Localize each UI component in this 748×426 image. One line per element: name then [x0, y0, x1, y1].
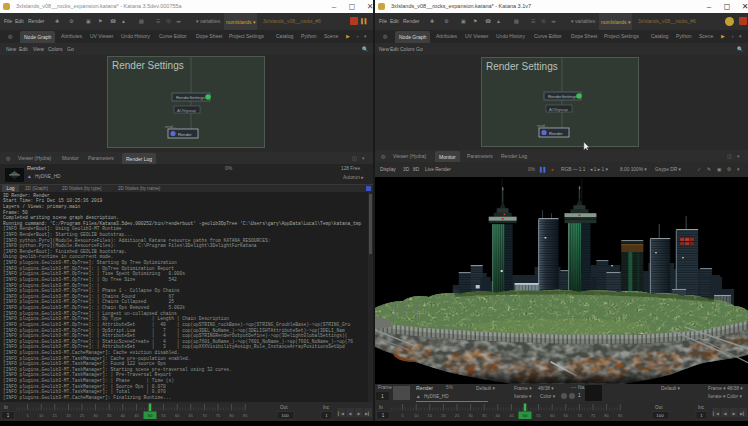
svg-text:30: 30 — [93, 413, 98, 418]
svg-text:10: 10 — [414, 413, 419, 418]
svg-text:100: 100 — [281, 413, 289, 418]
svg-text:[INFO plugins.Geolib3-MT.OpTre: [INFO plugins.Geolib3-MT.OpTree]: | Time… — [3, 271, 185, 276]
svg-text:55: 55 — [536, 413, 541, 418]
svg-text:1: 1 — [7, 413, 10, 418]
svg-text:[INFO plugins.Geolib3-MT.TaskM: [INFO plugins.Geolib3-MT.TaskManager]: S… — [3, 367, 232, 372]
svg-text:Using geolib-runtime in concur: Using geolib-runtime in concurrent mode. — [3, 254, 113, 259]
svg-text:▶: ▶ — [358, 412, 361, 416]
svg-text:15: 15 — [53, 413, 58, 418]
svg-text:[INFO plugins.Geolib3-MT.TaskM: [INFO plugins.Geolib3-MT.TaskManager]: F… — [3, 361, 166, 366]
svg-text:50: 50 — [523, 413, 528, 418]
svg-text:In: In — [379, 405, 383, 410]
svg-text:50: 50 — [148, 413, 153, 418]
svg-text:80: 80 — [229, 413, 234, 418]
svg-text:15: 15 — [428, 413, 433, 418]
svg-text:AOVgroup: AOVgroup — [177, 108, 196, 113]
svg-text:[INFO plugins.Geolib3-MT.OpTre: [INFO plugins.Geolib3-MT.OpTree]: | Phas… — [3, 288, 180, 293]
svg-text:Render: Render — [178, 132, 192, 137]
svg-text:65: 65 — [189, 413, 194, 418]
svg-text:45: 45 — [134, 413, 139, 418]
svg-text:1: 1 — [382, 413, 385, 418]
svg-text:[INFO plugins.Geolib3-MT.OpTre: [INFO plugins.Geolib3-MT.OpTree]: | Chai… — [3, 294, 174, 299]
svg-text:100: 100 — [656, 413, 664, 418]
svg-text:[INFO plugins.Geolib3-MT.Cache: [INFO plugins.Geolib3-MT.CacheManager]: … — [3, 395, 171, 400]
svg-text:[INFO plugins.Geolib3-MT.OpTre: [INFO plugins.Geolib3-MT.OpTree]: | Attr… — [3, 333, 348, 338]
svg-text:[INFO plugins.Geolib3-MT.OpTre: [INFO plugins.Geolib3-MT.OpTree]: | Attr… — [3, 322, 351, 327]
svg-text:30: 30 — [468, 413, 473, 418]
svg-text:AOVgroup: AOVgroup — [549, 107, 568, 112]
svg-text:[INFO plugins.Geolib3-MT.TaskM: [INFO plugins.Geolib3-MT.TaskManager]: |… — [3, 372, 171, 377]
svg-text:[INFO plugins.Geolib3-MT.OpTre: [INFO plugins.Geolib3-MT.OpTree]: | Stat… — [3, 339, 353, 344]
svg-text:20: 20 — [66, 413, 71, 418]
svg-text:▶▎: ▶▎ — [365, 411, 371, 416]
svg-text:[INFO plugins.Geolib3-MT.TaskM: [INFO plugins.Geolib3-MT.TaskManager]: |… — [3, 389, 166, 394]
svg-text:25: 25 — [455, 413, 460, 418]
svg-text:10: 10 — [39, 413, 44, 418]
svg-text:▶▎: ▶▎ — [740, 411, 746, 416]
svg-text:[INFO plugins.Geolib3-MT.OpTre: [INFO plugins.Geolib3-MT.OpTree]: | OpTr… — [3, 266, 174, 271]
svg-text:[INFO plugins.Geolib3-MT.OpTre: [INFO plugins.Geolib3-MT.OpTree]: | Chai… — [3, 305, 185, 310]
svg-text:Render: Render — [549, 131, 563, 136]
svg-text:[INFO python.Pyro](Module.Reso: [INFO python.Pyro](Module.ResourceFiles)… — [3, 243, 257, 248]
svg-text:85: 85 — [618, 413, 623, 418]
svg-text:[INFO plugins.Geolib3-MT.OpTre: [INFO plugins.Geolib3-MT.OpTree]: | OpSc… — [3, 328, 345, 333]
svg-text:In: In — [4, 405, 8, 410]
svg-text:▶: ▶ — [733, 412, 736, 416]
svg-text:Inc: Inc — [698, 405, 705, 410]
svg-text:75: 75 — [591, 413, 596, 418]
svg-text:[INFO plugins.Geolib3-MT.OpTre: [INFO plugins.Geolib3-MT.OpTree]: | Chai… — [3, 299, 174, 304]
svg-text:[INFO plugins.Geolib3-MT.TaskM: [INFO plugins.Geolib3-MT.TaskManager]: C… — [3, 356, 190, 361]
svg-text:Frame: 50: Frame: 50 — [3, 210, 28, 215]
svg-text:[INFO RenderBoot]: Finished GE: [INFO RenderBoot]: Finished GEOLIB boots… — [3, 249, 127, 254]
svg-text:65: 65 — [564, 413, 569, 418]
svg-text:◀: ◀ — [349, 412, 352, 416]
svg-text:[INFO plugins.Geolib3-MT.TaskM: [INFO plugins.Geolib3-MT.TaskManager]: |… — [3, 384, 166, 389]
svg-text:rend...: rend... — [537, 124, 548, 128]
svg-text:[INFO plugins.Geolib3-MT.OpTre: [INFO plugins.Geolib3-MT.OpTree]: | Op T… — [3, 277, 177, 282]
svg-text:Completed writing scene graph: Completed writing scene graph descriptio… — [3, 215, 119, 220]
svg-text:75: 75 — [216, 413, 221, 418]
svg-text:▎◀: ▎◀ — [713, 411, 719, 416]
svg-text:RenderSettings: RenderSettings — [176, 95, 205, 100]
svg-text:45: 45 — [509, 413, 514, 418]
svg-text:Start Time: Fri Dec 15 10:25:3: Start Time: Fri Dec 15 10:25:36 2019 — [3, 198, 102, 203]
svg-text:85: 85 — [243, 413, 248, 418]
svg-text:[INFO plugins.Geolib3-MT.OpTre: [INFO plugins.Geolib3-MT.OpTree]: | — [3, 283, 100, 288]
svg-text:40: 40 — [496, 413, 501, 418]
svg-text:3D Render: Render: 3D Render: Render — [3, 193, 50, 198]
svg-text:40: 40 — [121, 413, 126, 418]
svg-text:25: 25 — [80, 413, 85, 418]
svg-text:Inc: Inc — [323, 405, 330, 410]
svg-text:[INFO plugins.Geolib3-MT.Cache: [INFO plugins.Geolib3-MT.CacheManager]: … — [3, 350, 179, 355]
svg-text:Out: Out — [280, 405, 288, 410]
svg-text:20: 20 — [441, 413, 446, 418]
svg-text:◀: ◀ — [724, 412, 727, 416]
svg-text:70: 70 — [577, 413, 582, 418]
svg-text:[INFO plugins.Geolib3-MT.OpTre: [INFO plugins.Geolib3-MT.OpTree]: Starti… — [3, 260, 177, 265]
svg-text:▎◀: ▎◀ — [338, 411, 344, 416]
svg-text:Out: Out — [655, 405, 663, 410]
svg-text:[INFO RenderBoot]: Starting GE: [INFO RenderBoot]: Starting GEOLIB boots… — [3, 232, 133, 237]
svg-text:Running command: 'C:/Program F: Running command: 'C:/Program Files/Katan… — [3, 221, 362, 226]
svg-text:[INFO python.Pyro](Module.Reso: [INFO python.Pyro](Module.ResourceFiles)… — [3, 238, 270, 243]
svg-text:70: 70 — [202, 413, 207, 418]
svg-text:[INFO plugins.Geolib3-MT.OpTre: [INFO plugins.Geolib3-MT.OpTree]: | Attr… — [3, 344, 345, 349]
svg-text:rend...: rend... — [165, 125, 176, 129]
svg-text:55: 55 — [161, 413, 166, 418]
svg-text:RenderSettings: RenderSettings — [548, 94, 577, 99]
svg-text:60: 60 — [175, 413, 180, 418]
svg-text:[INFO plugins.Geolib3-MT.OpTre: [INFO plugins.Geolib3-MT.OpTree]: | Long… — [3, 311, 177, 316]
svg-text:60: 60 — [550, 413, 555, 418]
svg-text:35: 35 — [482, 413, 487, 418]
svg-text:Layers / Views: primary.main: Layers / Views: primary.main — [3, 204, 80, 209]
svg-text:[INFO plugins.Geolib3-MT.TaskM: [INFO plugins.Geolib3-MT.TaskManager]: |… — [3, 378, 174, 383]
svg-text:35: 35 — [107, 413, 112, 418]
svg-text:[INFO RenderBoot]: Using Geoli: [INFO RenderBoot]: Using Geolib3-MT Runt… — [3, 226, 122, 231]
svg-text:[INFO plugins.Geolib3-MT.OpTre: [INFO plugins.Geolib3-MT.OpTree]: | Op T… — [3, 316, 229, 321]
svg-text:80: 80 — [604, 413, 609, 418]
